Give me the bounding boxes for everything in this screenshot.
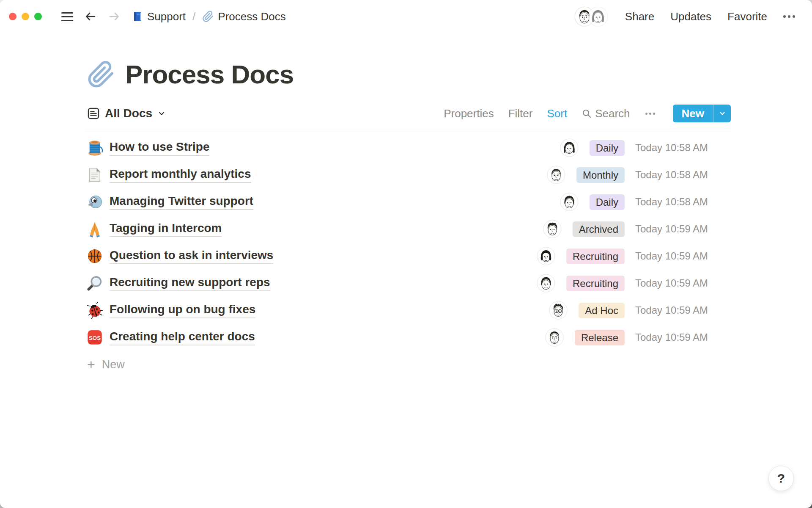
- page-title[interactable]: Process Docs: [125, 59, 294, 89]
- close-window-button[interactable]: [9, 13, 16, 20]
- table-row[interactable]: Following up on bug fixes Ad Hoc Today 1…: [85, 297, 731, 324]
- sos-emoji-icon: [86, 329, 103, 346]
- database-toolbar: All Docs Properties Filter Sort Search: [85, 104, 731, 123]
- doc-title-link[interactable]: Tagging in Intercom: [110, 221, 222, 237]
- search-icon: [582, 108, 592, 119]
- breadcrumb-separator: /: [192, 10, 195, 23]
- view-name: All Docs: [105, 107, 152, 120]
- tag-badge[interactable]: Release: [575, 330, 625, 345]
- table-row[interactable]: Managing Twitter support Daily Today 10:…: [85, 188, 731, 215]
- tag-badge[interactable]: Daily: [590, 194, 625, 210]
- search-label: Search: [595, 107, 630, 120]
- page-emoji-icon: [86, 166, 103, 183]
- edited-timestamp[interactable]: Today 10:59 AM: [635, 304, 731, 316]
- add-row-label: New: [102, 358, 125, 371]
- edited-timestamp[interactable]: Today 10:59 AM: [635, 331, 731, 343]
- forward-button[interactable]: [108, 10, 121, 23]
- page-content: Process Docs All Docs Properties Filter …: [85, 33, 731, 375]
- app-window: Support / Process Docs Share Updates Fav…: [0, 0, 812, 508]
- sidebar-menu-icon[interactable]: [61, 12, 73, 21]
- table-row[interactable]: Tagging in Intercom Archived Today 10:59…: [85, 215, 731, 243]
- search-button[interactable]: Search: [582, 107, 630, 120]
- assignee-avatar[interactable]: [547, 166, 565, 184]
- table-header-divider: [85, 129, 731, 129]
- share-button[interactable]: Share: [625, 10, 654, 23]
- doc-title-link[interactable]: Recruiting new support reps: [110, 276, 270, 291]
- assignee-avatar[interactable]: [545, 328, 564, 347]
- blue-book-emoji-icon: [132, 11, 143, 22]
- bird-emoji-icon: [86, 193, 103, 210]
- breadcrumb: Support / Process Docs: [132, 10, 286, 23]
- tag-badge[interactable]: Daily: [590, 140, 625, 156]
- list-view-icon: [87, 107, 100, 120]
- thread-emoji-icon: [86, 139, 103, 156]
- arrow-right-icon: [108, 10, 121, 23]
- view-switcher[interactable]: All Docs: [87, 107, 165, 120]
- help-label: ?: [777, 471, 785, 486]
- tag-badge[interactable]: Monthly: [576, 167, 625, 183]
- arrow-left-icon: [84, 10, 97, 23]
- properties-button[interactable]: Properties: [444, 107, 494, 120]
- plus-icon: +: [87, 358, 95, 371]
- doc-title-link[interactable]: Creating help center docs: [110, 330, 255, 345]
- new-button-label[interactable]: New: [673, 105, 713, 122]
- basketball-emoji-icon: [86, 248, 103, 265]
- breadcrumb-page-label: Process Docs: [218, 10, 285, 23]
- paperclip-emoji-icon: [202, 11, 214, 22]
- edited-timestamp[interactable]: Today 10:59 AM: [635, 223, 731, 235]
- add-row-button[interactable]: + New: [85, 354, 731, 375]
- back-button[interactable]: [84, 10, 97, 23]
- new-button-dropdown[interactable]: [713, 105, 731, 122]
- doc-title-link[interactable]: How to use Stripe: [110, 140, 209, 156]
- tag-badge[interactable]: Recruiting: [566, 248, 625, 264]
- assignee-avatar[interactable]: [560, 138, 579, 157]
- chevron-down-icon: [158, 110, 165, 117]
- avatar-woman: [588, 6, 608, 27]
- assignee-avatar[interactable]: [537, 274, 555, 293]
- doc-title-link[interactable]: Report monthly analytics: [110, 167, 251, 183]
- traffic-lights: [9, 13, 42, 20]
- breadcrumb-process-docs[interactable]: Process Docs: [202, 10, 285, 23]
- help-button[interactable]: ?: [768, 466, 794, 491]
- table-row[interactable]: Creating help center docs Release Today …: [85, 324, 731, 351]
- assignee-avatar[interactable]: [543, 220, 562, 238]
- edited-timestamp[interactable]: Today 10:58 AM: [635, 169, 731, 181]
- chevron-down-icon: [719, 110, 726, 117]
- more-options-button[interactable]: [783, 15, 795, 18]
- paperclip-page-icon[interactable]: [87, 61, 115, 88]
- edited-timestamp[interactable]: Today 10:58 AM: [635, 142, 731, 154]
- magnifier-emoji-icon: [86, 275, 103, 292]
- window-topbar: Support / Process Docs Share Updates Fav…: [0, 0, 812, 33]
- breadcrumb-support[interactable]: Support: [132, 10, 186, 23]
- assignee-avatar[interactable]: [560, 193, 579, 211]
- tag-badge[interactable]: Archived: [573, 221, 625, 237]
- ladybug-emoji-icon: [86, 302, 103, 319]
- doc-title-link[interactable]: Following up on bug fixes: [110, 303, 255, 318]
- breadcrumb-support-label: Support: [147, 10, 186, 23]
- assignee-avatar[interactable]: [537, 247, 555, 265]
- table-row[interactable]: How to use Stripe Daily Today 10:58 AM: [85, 134, 731, 161]
- updates-button[interactable]: Updates: [670, 10, 711, 23]
- table-row[interactable]: Report monthly analytics Monthly Today 1…: [85, 161, 731, 188]
- filter-button[interactable]: Filter: [508, 107, 533, 120]
- view-options-button[interactable]: [645, 113, 656, 115]
- edited-timestamp[interactable]: Today 10:59 AM: [635, 277, 731, 289]
- doc-title-link[interactable]: Managing Twitter support: [110, 194, 253, 210]
- zoom-window-button[interactable]: [34, 13, 42, 20]
- new-entry-button[interactable]: New: [673, 105, 731, 122]
- minimize-window-button[interactable]: [22, 13, 29, 20]
- favorite-button[interactable]: Favorite: [727, 10, 767, 23]
- table-row[interactable]: Question to ask in interviews Recruiting…: [85, 243, 731, 270]
- sort-button[interactable]: Sort: [547, 107, 567, 120]
- doc-title-link[interactable]: Question to ask in interviews: [110, 248, 273, 264]
- table-row[interactable]: Recruiting new support reps Recruiting T…: [85, 270, 731, 297]
- folded-hands-emoji-icon: [86, 221, 103, 237]
- tag-badge[interactable]: Ad Hoc: [579, 303, 625, 318]
- assignee-avatar[interactable]: [549, 301, 568, 320]
- docs-table: How to use Stripe Daily Today 10:58 AM R…: [85, 134, 731, 375]
- tag-badge[interactable]: Recruiting: [566, 276, 625, 291]
- edited-timestamp[interactable]: Today 10:59 AM: [635, 250, 731, 262]
- collaborator-avatars[interactable]: [574, 6, 608, 27]
- edited-timestamp[interactable]: Today 10:58 AM: [635, 196, 731, 208]
